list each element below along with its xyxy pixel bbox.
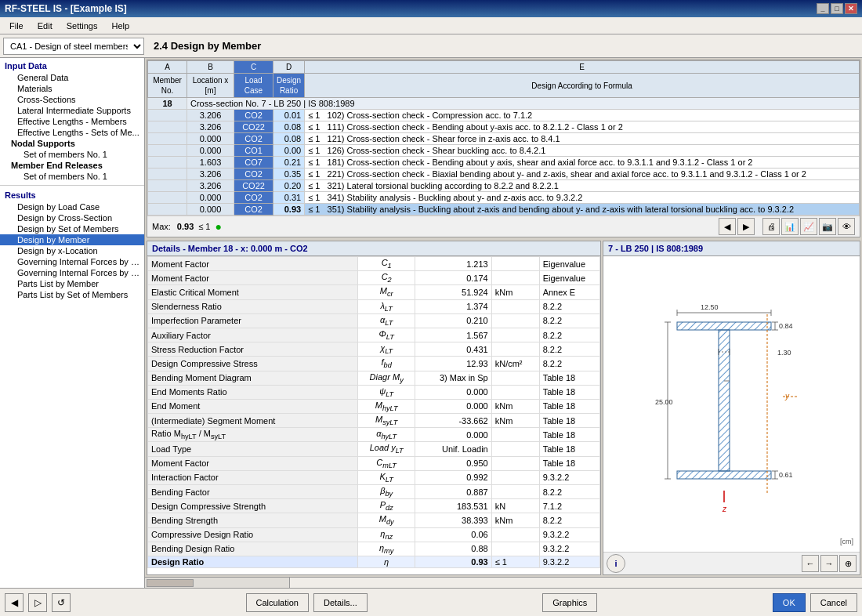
max-le: ≤ 1 [198, 222, 210, 231]
detail-row-7: Design Compressive Stress fbd 12.93 kN/c… [148, 357, 600, 371]
toolbar: CA1 - Design of steel members a... 2.4 D… [0, 34, 862, 58]
cs-zoom[interactable]: ⊕ [839, 555, 857, 572]
detail-row-13: Load Type Load yLT Unif. Loadin Table 18 [148, 442, 600, 456]
header-col-d: D [273, 61, 305, 74]
table-row-2[interactable]: 0.000 CO2 0.08 ≤ 1 121) Cross-section ch… [148, 133, 860, 145]
sidebar-item-nodal-set1[interactable]: Set of members No. 1 [0, 149, 144, 160]
sidebar-item-nodal-supports[interactable]: Nodal Supports [0, 138, 144, 149]
sidebar-item-eff-lengths-sets[interactable]: Effective Lengths - Sets of Me... [0, 127, 144, 138]
sidebar-result-parts-member[interactable]: Parts List by Member [0, 278, 144, 289]
ibeam-svg: z y 12.50 25.00 [654, 291, 810, 518]
menu-file[interactable]: File [3, 20, 30, 32]
ok-indicator: ● [215, 220, 221, 233]
max-value: 0.93 [177, 222, 194, 231]
sidebar-result-load-case[interactable]: Design by Load Case [0, 201, 144, 212]
header-load-case: Load Case [234, 74, 273, 98]
table-row-7[interactable]: 0.000 CO2 0.31 ≤ 1 341) Stability analys… [148, 192, 860, 204]
table-row-3[interactable]: 0.000 CO1 0.00 ≤ 1 126) Cross-section ch… [148, 145, 860, 157]
close-button[interactable]: ✕ [845, 3, 857, 14]
cs-arrow-right[interactable]: → [820, 555, 838, 572]
detail-row-6: Stress Reduction Factor χLT 0.431 8.2.2 [148, 342, 600, 357]
bottom-toolbar: ◀ ▷ ↺ Calculation Details... Graphics OK… [0, 588, 862, 616]
detail-row-4: Imperfection Parameter αLT 0.210 8.2.2 [148, 313, 600, 328]
table-row-5[interactable]: 3.206 CO2 0.35 ≤ 1 221) Cross-section ch… [148, 168, 860, 180]
results-table-container: A B C D E Member No. Location x [m] [147, 60, 860, 237]
bottom-icon-1[interactable]: ◀ [5, 593, 24, 612]
case-selector[interactable]: CA1 - Design of steel members a... [3, 38, 144, 55]
details-table: Moment Factor C1 1.213 Eigenvalue Moment… [147, 256, 600, 568]
section-title: 2.4 Design by Member [154, 40, 261, 52]
max-row: Max: 0.93 ≤ 1 ● ◀ ▶ 🖨 📊 📈 📷 👁 [147, 216, 860, 237]
cs-info-button[interactable]: i [607, 554, 625, 573]
svg-text:0.61: 0.61 [779, 471, 793, 479]
graphics-button[interactable]: Graphics [542, 593, 597, 612]
menu-settings[interactable]: Settings [60, 20, 104, 32]
table-icon-chart[interactable]: 📈 [800, 218, 817, 235]
table-row-8-selected[interactable]: 0.000 CO2 0.93 ≤ 1 351) Stability analys… [148, 204, 860, 216]
detail-row-3: Slenderness Ratio λLT 1.374 8.2.2 [148, 299, 600, 313]
results-header: Results [0, 189, 144, 201]
details-button[interactable]: Details... [313, 593, 368, 612]
svg-rect-1 [677, 322, 771, 330]
table-icon-toolbar: ◀ ▶ 🖨 📊 📈 📷 👁 [719, 218, 855, 235]
results-section: Results Design by Load Case Design by Cr… [0, 187, 144, 302]
detail-row-14: Moment Factor CmLT 0.950 Table 18 [148, 456, 600, 470]
title-bar: RF-STEEL IS - [Example IS] _ □ ✕ [0, 0, 862, 17]
header-location: Location x [m] [187, 74, 234, 98]
detail-row-17: Design Compressive Strength Pdz 183.531 … [148, 499, 600, 513]
sidebar: Input Data General Data Materials Cross-… [0, 58, 145, 588]
sidebar-item-eff-lengths-members[interactable]: Effective Lengths - Members [0, 116, 144, 127]
sidebar-result-gov-forces-member[interactable]: Governing Internal Forces by M... [0, 256, 144, 267]
sidebar-item-lateral-supports[interactable]: Lateral Intermediate Supports [0, 105, 144, 116]
bottom-icon-3[interactable]: ↺ [52, 593, 71, 612]
bottom-icon-2[interactable]: ▷ [28, 593, 47, 612]
results-table-wrapper[interactable]: A B C D E Member No. Location x [m] [147, 60, 860, 216]
table-row-4[interactable]: 1.603 CO7 0.21 ≤ 1 181) Cross-section ch… [148, 157, 860, 168]
table-row-1[interactable]: 3.206 CO22 0.08 ≤ 1 111) Cross-section c… [148, 121, 860, 133]
table-icon-prev[interactable]: ◀ [719, 218, 736, 235]
svg-text:25.00: 25.00 [655, 398, 673, 406]
sidebar-item-general-data[interactable]: General Data [0, 72, 144, 83]
input-data-section: Input Data General Data Materials Cross-… [0, 58, 144, 183]
sidebar-scrollbar-thumb[interactable] [147, 579, 194, 587]
ok-button[interactable]: OK [773, 593, 806, 612]
detail-row-21: Design Ratio η 0.93 ≤ 1 9.3.2.2 [148, 556, 600, 567]
sidebar-item-cross-sections[interactable]: Cross-Sections [0, 94, 144, 105]
max-label: Max: [152, 222, 171, 231]
svg-text:12.50: 12.50 [701, 303, 719, 311]
cs-arrow-left[interactable]: ← [802, 555, 819, 572]
h-scrollbar[interactable] [145, 577, 862, 588]
sidebar-result-cross-section[interactable]: Design by Cross-Section [0, 212, 144, 223]
table-icon-print[interactable]: 🖨 [762, 218, 780, 235]
menu-edit[interactable]: Edit [31, 20, 59, 32]
results-table: A B C D E Member No. Location x [m] [147, 60, 860, 216]
sidebar-divider [0, 185, 144, 186]
table-icon-next[interactable]: ▶ [737, 218, 755, 235]
table-icon-save-xls[interactable]: 📊 [781, 218, 799, 235]
sidebar-result-x-location[interactable]: Design by x-Location [0, 245, 144, 256]
sidebar-result-set-members[interactable]: Design by Set of Members [0, 223, 144, 234]
sidebar-item-materials[interactable]: Materials [0, 83, 144, 94]
sidebar-item-member-end-releases[interactable]: Member End Releases [0, 160, 144, 171]
table-icon-camera[interactable]: 📷 [819, 218, 836, 235]
menu-help[interactable]: Help [105, 20, 136, 32]
window-controls: _ □ ✕ [817, 3, 857, 14]
cs-member-no: 18 [148, 98, 187, 110]
details-scroll[interactable]: Moment Factor C1 1.213 Eigenvalue Moment… [147, 256, 600, 574]
detail-row-2: Elastic Critical Moment Mcr 51.924 kNm A… [148, 285, 600, 299]
header-col-b: B [187, 61, 234, 74]
header-col-e: E [305, 61, 860, 74]
cancel-button[interactable]: Cancel [810, 593, 857, 612]
svg-rect-2 [719, 330, 730, 471]
minimize-button[interactable]: _ [817, 3, 829, 14]
svg-text:y: y [784, 392, 790, 400]
calculation-button[interactable]: Calculation [246, 593, 309, 612]
table-icon-eye[interactable]: 👁 [838, 218, 855, 235]
maximize-button[interactable]: □ [831, 3, 843, 14]
sidebar-item-member-release-set1[interactable]: Set of members No. 1 [0, 171, 144, 182]
table-row-0[interactable]: 3.206 CO2 0.01 ≤ 1 102) Cross-section ch… [148, 110, 860, 121]
sidebar-result-gov-forces-set[interactable]: Governing Internal Forces by Se... [0, 267, 144, 278]
table-row-6[interactable]: 3.206 CO22 0.20 ≤ 1 321) Lateral torsion… [148, 180, 860, 192]
sidebar-result-parts-set[interactable]: Parts List by Set of Members [0, 289, 144, 300]
sidebar-result-by-member[interactable]: Design by Member [0, 234, 144, 245]
